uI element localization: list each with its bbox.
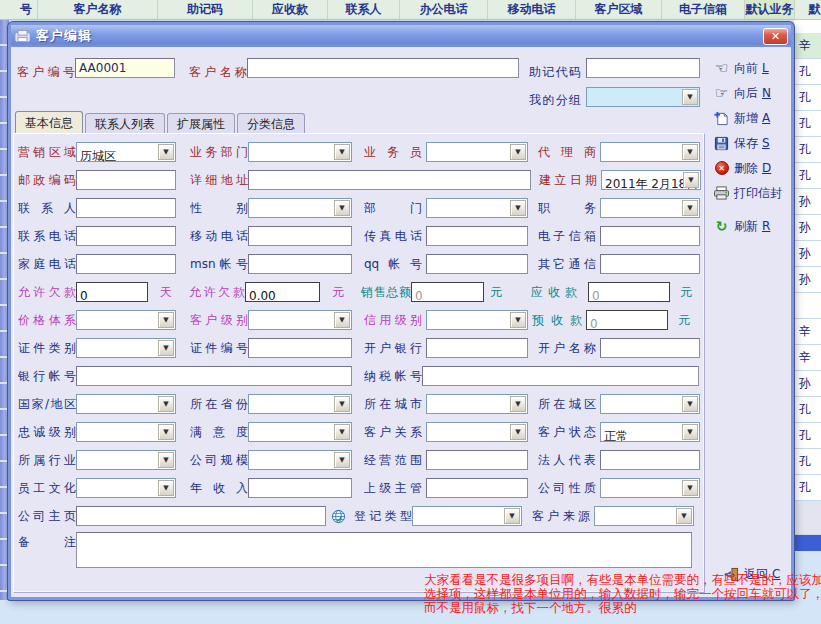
- bg-header-cell[interactable]: 电子信箱: [662, 0, 745, 20]
- text-input[interactable]: [248, 478, 352, 498]
- dropdown-select[interactable]: ▼: [426, 198, 528, 218]
- customer-name-input[interactable]: [247, 58, 519, 78]
- tab-extended-attrs[interactable]: 扩展属性: [167, 113, 235, 133]
- amount-input[interactable]: 0.00: [245, 282, 320, 302]
- text-input[interactable]: [248, 338, 352, 358]
- dropdown-select[interactable]: ▼: [248, 422, 352, 442]
- text-input[interactable]: [600, 254, 700, 274]
- dropdown-select[interactable]: ▼: [600, 198, 700, 218]
- text-input[interactable]: [426, 478, 528, 498]
- tab-basic-info[interactable]: 基本信息: [15, 111, 83, 133]
- text-input[interactable]: [76, 226, 176, 246]
- dropdown-arrow-icon[interactable]: ▼: [158, 340, 174, 356]
- dropdown-arrow-icon[interactable]: ▼: [158, 452, 174, 468]
- bg-table-row[interactable]: 孙: [794, 267, 821, 293]
- dropdown-arrow-icon[interactable]: ▼: [334, 144, 350, 160]
- dropdown-arrow-icon[interactable]: ▼: [158, 424, 174, 440]
- bg-table-row[interactable]: 孔: [794, 397, 821, 423]
- bg-table-row[interactable]: 孔: [794, 163, 821, 189]
- bg-header-cell[interactable]: 应收款: [253, 0, 328, 20]
- dropdown-arrow-icon[interactable]: ▼: [334, 200, 350, 216]
- bg-header-cell[interactable]: 默: [795, 0, 821, 20]
- dropdown-arrow-icon[interactable]: ▼: [682, 200, 698, 216]
- bg-header-cell[interactable]: 联系人: [328, 0, 400, 20]
- text-input[interactable]: [426, 226, 528, 246]
- dropdown-arrow-icon[interactable]: ▼: [682, 480, 698, 496]
- text-input[interactable]: [76, 198, 176, 218]
- dropdown-select[interactable]: ▼: [248, 198, 352, 218]
- dropdown-arrow-icon[interactable]: ▼: [334, 396, 350, 412]
- bg-table-row[interactable]: 孔: [794, 85, 821, 111]
- bg-table-row[interactable]: 孙: [794, 371, 821, 397]
- dropdown-select[interactable]: ▼: [76, 450, 176, 470]
- text-input[interactable]: [600, 450, 700, 470]
- bg-table-row[interactable]: 辛: [794, 33, 821, 59]
- dropdown-select[interactable]: 正常▼: [600, 422, 700, 442]
- text-input[interactable]: [248, 254, 352, 274]
- bg-header-cell[interactable]: 默认业务: [745, 0, 795, 20]
- dialog-titlebar[interactable]: 客户编辑 ✕: [11, 25, 791, 47]
- dropdown-select[interactable]: ▼: [600, 394, 700, 414]
- text-input[interactable]: [76, 170, 176, 190]
- text-input[interactable]: [600, 338, 700, 358]
- next-button[interactable]: ☞向后N: [713, 83, 791, 103]
- bg-header-cell[interactable]: 客户区域: [576, 0, 662, 20]
- dropdown-select[interactable]: ▼: [412, 506, 522, 526]
- dropdown-select[interactable]: ▼: [426, 142, 528, 162]
- bg-table-row[interactable]: 孙: [794, 241, 821, 267]
- delete-button[interactable]: ✕删除D: [713, 158, 791, 178]
- bg-table-row[interactable]: 辛: [794, 319, 821, 345]
- dropdown-select[interactable]: ▼: [76, 422, 176, 442]
- dropdown-select[interactable]: ▼: [76, 310, 176, 330]
- bg-table-row[interactable]: 孔: [794, 475, 821, 501]
- dropdown-select[interactable]: 历城区▼: [76, 142, 176, 162]
- bg-table-row[interactable]: [794, 293, 821, 319]
- dropdown-select[interactable]: ▼: [76, 338, 176, 358]
- dropdown-arrow-icon[interactable]: ▼: [676, 508, 692, 524]
- dropdown-arrow-icon[interactable]: ▼: [510, 424, 526, 440]
- bg-table-row[interactable]: 孔: [794, 423, 821, 449]
- close-button[interactable]: ✕: [763, 28, 788, 45]
- dropdown-arrow-icon[interactable]: ▼: [682, 396, 698, 412]
- bg-header-cell[interactable]: 号: [0, 0, 38, 20]
- bg-table-row[interactable]: 孔: [794, 449, 821, 475]
- tab-category-info[interactable]: 分类信息: [237, 113, 305, 133]
- dropdown-arrow-icon[interactable]: ▼: [510, 312, 526, 328]
- dropdown-arrow-icon[interactable]: ▼: [158, 144, 174, 160]
- text-input[interactable]: [422, 366, 699, 386]
- bg-table-row[interactable]: 孔: [794, 111, 821, 137]
- customer-id-input[interactable]: AA0001: [75, 58, 175, 78]
- dropdown-arrow-icon[interactable]: ▼: [334, 452, 350, 468]
- text-input[interactable]: [426, 338, 528, 358]
- text-input[interactable]: [76, 506, 326, 526]
- bg-header-cell[interactable]: 助记码: [158, 0, 253, 20]
- text-input[interactable]: [600, 226, 700, 246]
- text-input[interactable]: [426, 450, 528, 470]
- dropdown-arrow-icon[interactable]: ▼: [158, 480, 174, 496]
- dropdown-select[interactable]: ▼: [248, 142, 352, 162]
- dropdown-select[interactable]: ▼: [248, 310, 352, 330]
- text-input[interactable]: [426, 254, 528, 274]
- dropdown-select[interactable]: ▼: [248, 450, 352, 470]
- dropdown-arrow-icon[interactable]: ▼: [510, 396, 526, 412]
- dropdown-arrow-icon[interactable]: ▼: [504, 508, 520, 524]
- bg-table-row[interactable]: 孙: [794, 189, 821, 215]
- bg-header-cell[interactable]: 办公电话: [400, 0, 488, 20]
- dropdown-arrow-icon[interactable]: ▼: [682, 424, 698, 440]
- dropdown-arrow-icon[interactable]: ▼: [682, 144, 698, 160]
- text-input[interactable]: [76, 366, 352, 386]
- dropdown-arrow-icon[interactable]: ▼: [510, 144, 526, 160]
- dropdown-arrow-icon[interactable]: ▼: [158, 312, 174, 328]
- dropdown-select[interactable]: ▼: [76, 394, 176, 414]
- refresh-button[interactable]: ↻刷新R: [713, 216, 791, 236]
- text-input[interactable]: [248, 170, 531, 190]
- notes-textarea[interactable]: [76, 532, 692, 568]
- my-group-select[interactable]: ▼: [586, 87, 700, 107]
- bg-table-row[interactable]: 孔: [794, 137, 821, 163]
- dropdown-arrow-icon[interactable]: ▼: [158, 396, 174, 412]
- bg-table-row[interactable]: 孔: [794, 59, 821, 85]
- dropdown-arrow-icon[interactable]: ▼: [510, 200, 526, 216]
- bg-header-cell[interactable]: 客户名称: [38, 0, 158, 20]
- dropdown-select[interactable]: ▼: [426, 422, 528, 442]
- bg-table-row[interactable]: 孙: [794, 215, 821, 241]
